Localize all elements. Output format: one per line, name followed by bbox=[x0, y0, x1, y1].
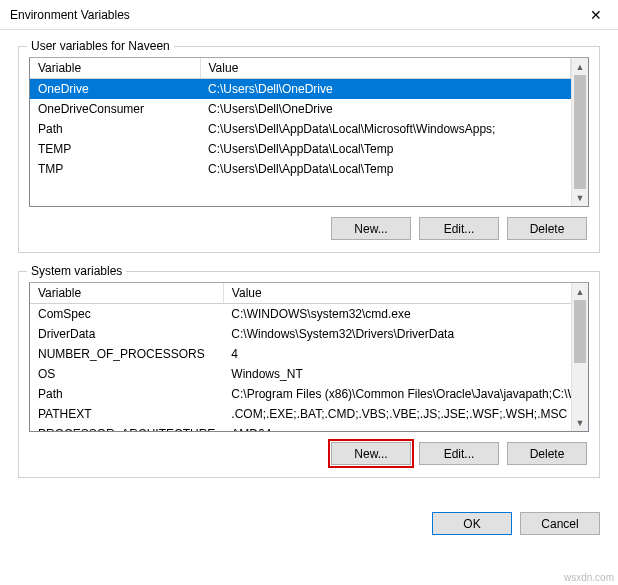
system-variables-group: System variables Variable Value ComSpecC… bbox=[18, 271, 600, 478]
user-delete-button[interactable]: Delete bbox=[507, 217, 587, 240]
cell-value: C:\Windows\System32\Drivers\DriverData bbox=[223, 324, 571, 344]
user-scrollbar[interactable]: ▲ ▼ bbox=[571, 58, 588, 206]
table-row[interactable]: TEMPC:\Users\Dell\AppData\Local\Temp bbox=[30, 139, 571, 159]
col-header-variable[interactable]: Variable bbox=[30, 58, 200, 79]
cell-variable: Path bbox=[30, 119, 200, 139]
scroll-up-icon[interactable]: ▲ bbox=[572, 283, 588, 300]
table-header-row: Variable Value bbox=[30, 283, 571, 304]
table-row[interactable]: PROCESSOR_ARCHITECTUREAMD64 bbox=[30, 424, 571, 431]
col-header-variable[interactable]: Variable bbox=[30, 283, 223, 304]
cell-value: C:\Users\Dell\OneDrive bbox=[200, 79, 571, 100]
cell-value: C:\Users\Dell\AppData\Local\Temp bbox=[200, 139, 571, 159]
window-title: Environment Variables bbox=[10, 8, 130, 22]
table-row[interactable]: PathC:\Users\Dell\AppData\Local\Microsof… bbox=[30, 119, 571, 139]
table-row[interactable]: ComSpecC:\WINDOWS\system32\cmd.exe bbox=[30, 304, 571, 325]
dialog-footer: OK Cancel bbox=[0, 506, 618, 535]
scroll-down-icon[interactable]: ▼ bbox=[572, 189, 588, 206]
ok-button[interactable]: OK bbox=[432, 512, 512, 535]
title-bar: Environment Variables ✕ bbox=[0, 0, 618, 30]
user-new-button[interactable]: New... bbox=[331, 217, 411, 240]
cell-variable: TEMP bbox=[30, 139, 200, 159]
cell-value: Windows_NT bbox=[223, 364, 571, 384]
cell-variable: OneDriveConsumer bbox=[30, 99, 200, 119]
table-row[interactable]: DriverDataC:\Windows\System32\Drivers\Dr… bbox=[30, 324, 571, 344]
system-variables-table[interactable]: Variable Value ComSpecC:\WINDOWS\system3… bbox=[30, 283, 571, 431]
scroll-thumb[interactable] bbox=[574, 75, 586, 189]
col-header-value[interactable]: Value bbox=[223, 283, 571, 304]
user-group-label: User variables for Naveen bbox=[27, 39, 174, 53]
table-row[interactable]: OneDriveC:\Users\Dell\OneDrive bbox=[30, 79, 571, 100]
user-button-row: New... Edit... Delete bbox=[29, 217, 589, 240]
scroll-thumb[interactable] bbox=[574, 300, 586, 363]
cell-value: .COM;.EXE;.BAT;.CMD;.VBS;.VBE;.JS;.JSE;.… bbox=[223, 404, 571, 424]
system-group-label: System variables bbox=[27, 264, 126, 278]
table-row[interactable]: NUMBER_OF_PROCESSORS4 bbox=[30, 344, 571, 364]
table-row[interactable]: TMPC:\Users\Dell\AppData\Local\Temp bbox=[30, 159, 571, 179]
watermark: wsxdn.com bbox=[564, 572, 614, 583]
cancel-button[interactable]: Cancel bbox=[520, 512, 600, 535]
cell-value: C:\WINDOWS\system32\cmd.exe bbox=[223, 304, 571, 325]
close-button[interactable]: ✕ bbox=[573, 0, 618, 30]
cell-variable: PROCESSOR_ARCHITECTURE bbox=[30, 424, 223, 431]
cell-value: C:\Users\Dell\AppData\Local\Temp bbox=[200, 159, 571, 179]
cell-value: C:\Program Files (x86)\Common Files\Orac… bbox=[223, 384, 571, 404]
cell-variable: PATHEXT bbox=[30, 404, 223, 424]
system-variables-table-wrap: Variable Value ComSpecC:\WINDOWS\system3… bbox=[29, 282, 589, 432]
table-row[interactable]: PathC:\Program Files (x86)\Common Files\… bbox=[30, 384, 571, 404]
cell-value: AMD64 bbox=[223, 424, 571, 431]
cell-variable: NUMBER_OF_PROCESSORS bbox=[30, 344, 223, 364]
table-header-row: Variable Value bbox=[30, 58, 571, 79]
table-row[interactable]: OSWindows_NT bbox=[30, 364, 571, 384]
table-row[interactable]: OneDriveConsumerC:\Users\Dell\OneDrive bbox=[30, 99, 571, 119]
cell-variable: Path bbox=[30, 384, 223, 404]
cell-value: C:\Users\Dell\AppData\Local\Microsoft\Wi… bbox=[200, 119, 571, 139]
cell-value: C:\Users\Dell\OneDrive bbox=[200, 99, 571, 119]
scroll-track[interactable] bbox=[572, 75, 588, 189]
scroll-down-icon[interactable]: ▼ bbox=[572, 414, 588, 431]
user-variables-group: User variables for Naveen Variable Value… bbox=[18, 46, 600, 253]
system-new-button[interactable]: New... bbox=[331, 442, 411, 465]
cell-value: 4 bbox=[223, 344, 571, 364]
system-edit-button[interactable]: Edit... bbox=[419, 442, 499, 465]
close-icon: ✕ bbox=[590, 7, 602, 23]
cell-variable: OS bbox=[30, 364, 223, 384]
system-scrollbar[interactable]: ▲ ▼ bbox=[571, 283, 588, 431]
cell-variable: ComSpec bbox=[30, 304, 223, 325]
user-edit-button[interactable]: Edit... bbox=[419, 217, 499, 240]
system-button-row: New... Edit... Delete bbox=[29, 442, 589, 465]
table-row[interactable]: PATHEXT.COM;.EXE;.BAT;.CMD;.VBS;.VBE;.JS… bbox=[30, 404, 571, 424]
cell-variable: TMP bbox=[30, 159, 200, 179]
dialog-content: User variables for Naveen Variable Value… bbox=[0, 30, 618, 506]
cell-variable: DriverData bbox=[30, 324, 223, 344]
cell-variable: OneDrive bbox=[30, 79, 200, 100]
system-delete-button[interactable]: Delete bbox=[507, 442, 587, 465]
scroll-up-icon[interactable]: ▲ bbox=[572, 58, 588, 75]
scroll-track[interactable] bbox=[572, 300, 588, 414]
col-header-value[interactable]: Value bbox=[200, 58, 571, 79]
user-variables-table-wrap: Variable Value OneDriveC:\Users\Dell\One… bbox=[29, 57, 589, 207]
user-variables-table[interactable]: Variable Value OneDriveC:\Users\Dell\One… bbox=[30, 58, 571, 206]
